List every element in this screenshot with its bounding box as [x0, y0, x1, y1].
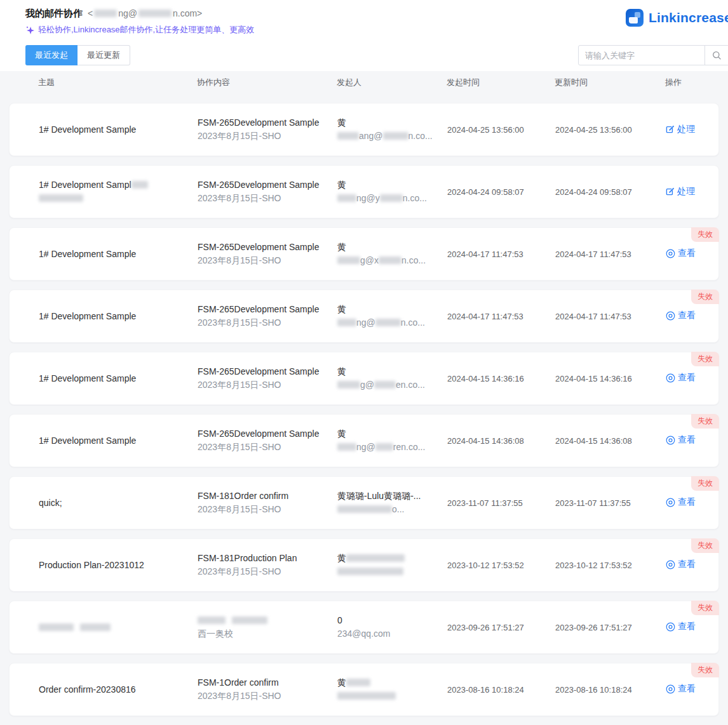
logo-text: Linkincrease	[649, 10, 728, 25]
status-badge: 失效	[691, 538, 719, 553]
title-row: 我的邮件协作 <ng@n.com>	[25, 8, 703, 20]
text-line: o...	[337, 503, 438, 516]
text-line: FSM-265Development Sample	[198, 116, 328, 130]
subject-cell: Production Plan-20231012	[39, 559, 198, 572]
text-line: 1# Development Sample	[39, 310, 189, 323]
blurred-text	[39, 194, 83, 202]
email-suffix: n.com>	[173, 8, 202, 18]
updated-time: 2023-11-07 11:37:55	[555, 498, 666, 508]
content-cell: FSM-181Order confirm2023年8月15日-SHO	[198, 489, 337, 516]
blurred-text	[380, 194, 403, 202]
text-segment: 234@qq.com	[337, 629, 390, 639]
text-segment: 1# Development Sample	[39, 311, 136, 321]
table-row: 1# Development Sample FSM-265Development…	[9, 103, 719, 156]
initiator-cell: 黄ng@ren.co...	[337, 427, 447, 454]
subject-cell	[39, 621, 198, 634]
blurred-text	[337, 256, 360, 264]
text-line	[337, 565, 438, 578]
initiator-cell: 黄ng@yn.co...	[337, 178, 447, 205]
action-view-link[interactable]: 查看	[666, 248, 696, 259]
text-line: 黄	[337, 676, 438, 689]
content-cell: 西一奥校	[198, 614, 337, 641]
text-segment: 2023年8月15日-SHO	[198, 131, 281, 141]
blurred-text	[337, 319, 356, 326]
created-time: 2024-04-25 13:56:00	[447, 125, 555, 135]
action-label: 处理	[677, 124, 695, 135]
action-cell: 查看	[666, 248, 706, 260]
eye-icon	[666, 311, 675, 321]
tab-recent-updated[interactable]: 最近更新	[78, 45, 130, 65]
text-line: 黄	[337, 241, 438, 254]
text-segment: n.co...	[401, 255, 426, 265]
updated-time: 2023-10-12 17:53:52	[555, 561, 666, 570]
text-line: FSM-181Production Plan	[198, 552, 328, 565]
blurred-text	[80, 623, 111, 631]
action-view-link[interactable]: 查看	[666, 496, 696, 508]
tab-recent-initiated[interactable]: 最近发起	[25, 45, 78, 65]
table-row: 失效 Order confirm-20230816 FSM-1Order con…	[9, 663, 719, 716]
content-cell: FSM-265Development Sample2023年8月15日-SHO	[198, 178, 337, 205]
text-line: 2023年8月15日-SHO	[198, 689, 328, 703]
blurred-text	[375, 319, 401, 326]
action-view-link[interactable]: 查看	[666, 559, 696, 570]
text-segment: 2023年8月15日-SHO	[198, 317, 281, 328]
text-line: FSM-1Order confirm	[198, 676, 328, 689]
text-line: Production Plan-20231012	[39, 559, 189, 572]
search-button[interactable]	[704, 46, 728, 65]
updated-time: 2024-04-15 14:36:16	[555, 374, 666, 383]
created-time: 2023-11-07 11:37:55	[447, 498, 555, 508]
brand-logo: Linkincrease	[626, 9, 728, 27]
text-segment: 1# Development Sample	[39, 124, 136, 135]
action-view-link[interactable]: 查看	[666, 372, 696, 383]
action-label: 查看	[678, 434, 696, 446]
table-row: 失效 quick; FSM-181Order confirm2023年8月15日…	[9, 476, 719, 529]
eye-icon	[666, 622, 675, 632]
created-time: 2023-09-26 17:51:27	[447, 623, 555, 632]
search-icon	[712, 51, 722, 60]
text-line: g@en.co...	[337, 378, 438, 392]
blurred-text	[383, 132, 408, 140]
table-body: 1# Development Sample FSM-265Development…	[9, 103, 719, 716]
text-segment: FSM-181Order confirm	[198, 491, 288, 501]
tab-group: 最近发起 最近更新	[25, 45, 130, 65]
search-input[interactable]	[579, 46, 704, 65]
table-row: 失效 Production Plan-20231012 FSM-181Produ…	[9, 538, 719, 592]
blurred-text	[374, 381, 396, 389]
blurred-text	[337, 692, 396, 700]
action-view-link[interactable]: 查看	[666, 683, 696, 695]
text-line: 1# Development Sampl	[39, 178, 189, 192]
text-line: FSM-265Development Sample	[198, 365, 328, 378]
text-segment: 1# Development Sample	[39, 436, 136, 446]
action-process-link[interactable]: 处理	[666, 124, 695, 135]
created-time: 2024-04-24 09:58:07	[447, 187, 555, 197]
action-view-link[interactable]: 查看	[666, 621, 696, 632]
text-segment: n.co...	[408, 131, 433, 141]
updated-time: 2024-04-15 14:36:08	[555, 436, 666, 446]
text-line: Order confirm-20230816	[39, 683, 189, 696]
text-line: FSM-265Development Sample	[198, 427, 328, 441]
eye-icon	[666, 560, 675, 569]
subject-cell: quick;	[39, 496, 198, 510]
text-line	[39, 192, 189, 205]
text-segment: 黄	[337, 242, 346, 252]
blurred-text	[337, 194, 356, 202]
blurred-text	[131, 181, 148, 189]
action-view-link[interactable]: 查看	[666, 434, 696, 446]
column-header-created: 发起时间	[447, 77, 555, 88]
action-cell: 处理	[666, 124, 706, 136]
blurred-text	[198, 616, 226, 624]
eye-icon	[666, 249, 675, 258]
text-segment: n.co...	[403, 193, 427, 203]
action-cell: 处理	[666, 186, 706, 198]
created-time: 2024-04-15 14:36:08	[447, 436, 555, 446]
text-segment: ren.co...	[393, 442, 426, 452]
text-segment: o...	[392, 504, 404, 514]
action-process-link[interactable]: 处理	[666, 186, 695, 197]
action-view-link[interactable]: 查看	[666, 310, 696, 321]
initiator-cell: 黄	[337, 552, 447, 578]
text-line: 2023年8月15日-SHO	[198, 254, 328, 267]
text-segment: Order confirm-20230816	[39, 684, 136, 695]
text-line: 西一奥校	[198, 627, 328, 641]
action-cell: 查看	[666, 559, 706, 571]
updated-time: 2024-04-17 11:47:53	[555, 312, 666, 321]
